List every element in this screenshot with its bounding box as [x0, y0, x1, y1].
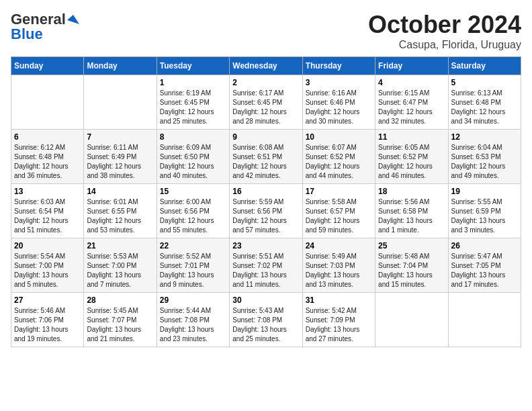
day-info: Sunrise: 5:42 AM Sunset: 7:09 PM Dayligh…	[306, 306, 372, 344]
calendar-cell: 9Sunrise: 6:08 AM Sunset: 6:51 PM Daylig…	[230, 130, 302, 184]
logo: General Blue	[11, 11, 79, 43]
day-header-thursday: Thursday	[302, 57, 375, 75]
page-header: General Blue October 2024 Casupa, Florid…	[11, 11, 521, 51]
calendar-cell	[11, 75, 84, 130]
day-info: Sunrise: 5:45 AM Sunset: 7:07 PM Dayligh…	[87, 306, 153, 344]
day-info: Sunrise: 5:48 AM Sunset: 7:04 PM Dayligh…	[378, 252, 445, 289]
calendar-cell	[448, 293, 521, 347]
day-info: Sunrise: 6:13 AM Sunset: 6:48 PM Dayligh…	[451, 89, 518, 126]
day-info: Sunrise: 5:46 AM Sunset: 7:06 PM Dayligh…	[14, 306, 81, 344]
day-info: Sunrise: 6:12 AM Sunset: 6:48 PM Dayligh…	[14, 143, 81, 181]
calendar-cell: 23Sunrise: 5:51 AM Sunset: 7:02 PM Dayli…	[230, 238, 302, 293]
day-header-sunday: Sunday	[11, 57, 84, 75]
day-number: 28	[87, 295, 153, 305]
day-info: Sunrise: 5:43 AM Sunset: 7:08 PM Dayligh…	[232, 306, 299, 344]
day-info: Sunrise: 6:19 AM Sunset: 6:45 PM Dayligh…	[160, 89, 226, 126]
day-number: 17	[306, 187, 372, 196]
day-number: 20	[14, 241, 81, 250]
calendar-cell: 2Sunrise: 6:17 AM Sunset: 6:45 PM Daylig…	[230, 75, 302, 130]
calendar-cell: 4Sunrise: 6:15 AM Sunset: 6:47 PM Daylig…	[375, 75, 448, 130]
day-info: Sunrise: 5:58 AM Sunset: 6:57 PM Dayligh…	[306, 197, 372, 235]
day-number: 3	[306, 78, 372, 87]
day-info: Sunrise: 5:51 AM Sunset: 7:02 PM Dayligh…	[232, 252, 299, 289]
day-number: 19	[451, 187, 518, 196]
day-number: 23	[232, 241, 299, 250]
day-number: 7	[87, 132, 153, 142]
calendar-week-row: 13Sunrise: 6:03 AM Sunset: 6:54 PM Dayli…	[11, 184, 521, 238]
calendar-cell: 30Sunrise: 5:43 AM Sunset: 7:08 PM Dayli…	[230, 293, 302, 347]
day-number: 10	[306, 132, 372, 142]
calendar-cell: 31Sunrise: 5:42 AM Sunset: 7:09 PM Dayli…	[302, 293, 375, 347]
day-number: 25	[378, 241, 445, 250]
day-info: Sunrise: 6:16 AM Sunset: 6:46 PM Dayligh…	[306, 89, 372, 126]
day-number: 11	[378, 132, 445, 142]
day-number: 14	[87, 187, 153, 196]
calendar-cell: 19Sunrise: 5:55 AM Sunset: 6:59 PM Dayli…	[448, 184, 521, 238]
day-info: Sunrise: 6:08 AM Sunset: 6:51 PM Dayligh…	[232, 143, 299, 181]
day-info: Sunrise: 6:03 AM Sunset: 6:54 PM Dayligh…	[14, 197, 81, 235]
calendar-cell: 16Sunrise: 5:59 AM Sunset: 6:56 PM Dayli…	[230, 184, 302, 238]
day-info: Sunrise: 5:52 AM Sunset: 7:01 PM Dayligh…	[160, 252, 226, 289]
location: Casupa, Florida, Uruguay	[368, 39, 521, 51]
calendar-cell: 3Sunrise: 6:16 AM Sunset: 6:46 PM Daylig…	[302, 75, 375, 130]
calendar-cell	[84, 75, 157, 130]
calendar-cell: 24Sunrise: 5:49 AM Sunset: 7:03 PM Dayli…	[302, 238, 375, 293]
day-info: Sunrise: 5:55 AM Sunset: 6:59 PM Dayligh…	[451, 197, 518, 235]
day-header-saturday: Saturday	[448, 57, 521, 75]
day-info: Sunrise: 6:15 AM Sunset: 6:47 PM Dayligh…	[378, 89, 445, 126]
day-header-friday: Friday	[375, 57, 448, 75]
calendar-week-row: 6Sunrise: 6:12 AM Sunset: 6:48 PM Daylig…	[11, 130, 521, 184]
day-info: Sunrise: 5:44 AM Sunset: 7:08 PM Dayligh…	[160, 306, 226, 344]
calendar-cell: 22Sunrise: 5:52 AM Sunset: 7:01 PM Dayli…	[157, 238, 229, 293]
day-number: 21	[87, 241, 153, 250]
svg-marker-0	[67, 15, 79, 24]
calendar-week-row: 27Sunrise: 5:46 AM Sunset: 7:06 PM Dayli…	[11, 293, 521, 347]
day-info: Sunrise: 5:54 AM Sunset: 7:00 PM Dayligh…	[14, 252, 81, 289]
day-info: Sunrise: 5:47 AM Sunset: 7:05 PM Dayligh…	[451, 252, 518, 289]
day-info: Sunrise: 6:00 AM Sunset: 6:56 PM Dayligh…	[160, 197, 226, 235]
day-number: 27	[14, 295, 81, 305]
calendar-cell: 11Sunrise: 6:05 AM Sunset: 6:52 PM Dayli…	[375, 130, 448, 184]
day-info: Sunrise: 5:56 AM Sunset: 6:58 PM Dayligh…	[378, 197, 445, 235]
calendar-week-row: 20Sunrise: 5:54 AM Sunset: 7:00 PM Dayli…	[11, 238, 521, 293]
logo-blue-text: Blue	[11, 26, 43, 43]
calendar-cell: 27Sunrise: 5:46 AM Sunset: 7:06 PM Dayli…	[11, 293, 84, 347]
day-number: 30	[232, 295, 299, 305]
logo-bird-icon	[67, 13, 79, 26]
day-number: 6	[14, 132, 81, 142]
day-info: Sunrise: 6:17 AM Sunset: 6:45 PM Dayligh…	[232, 89, 299, 126]
day-info: Sunrise: 5:59 AM Sunset: 6:56 PM Dayligh…	[232, 197, 299, 235]
day-number: 15	[160, 187, 226, 196]
day-number: 16	[232, 187, 299, 196]
calendar-cell: 14Sunrise: 6:01 AM Sunset: 6:55 PM Dayli…	[84, 184, 157, 238]
calendar-cell: 28Sunrise: 5:45 AM Sunset: 7:07 PM Dayli…	[84, 293, 157, 347]
month-title: October 2024	[368, 11, 521, 39]
calendar-cell: 18Sunrise: 5:56 AM Sunset: 6:58 PM Dayli…	[375, 184, 448, 238]
calendar-cell: 29Sunrise: 5:44 AM Sunset: 7:08 PM Dayli…	[157, 293, 229, 347]
day-info: Sunrise: 6:01 AM Sunset: 6:55 PM Dayligh…	[87, 197, 153, 235]
calendar-cell: 8Sunrise: 6:09 AM Sunset: 6:50 PM Daylig…	[157, 130, 229, 184]
day-number: 18	[378, 187, 445, 196]
calendar-cell: 12Sunrise: 6:04 AM Sunset: 6:53 PM Dayli…	[448, 130, 521, 184]
day-header-tuesday: Tuesday	[157, 57, 229, 75]
day-number: 8	[160, 132, 226, 142]
day-number: 26	[451, 241, 518, 250]
day-number: 13	[14, 187, 81, 196]
day-number: 9	[232, 132, 299, 142]
calendar-cell	[375, 293, 448, 347]
calendar-cell: 10Sunrise: 6:07 AM Sunset: 6:52 PM Dayli…	[302, 130, 375, 184]
calendar-cell: 17Sunrise: 5:58 AM Sunset: 6:57 PM Dayli…	[302, 184, 375, 238]
day-number: 22	[160, 241, 226, 250]
day-number: 4	[378, 78, 445, 87]
title-block: October 2024 Casupa, Florida, Uruguay	[368, 11, 521, 51]
calendar-cell: 5Sunrise: 6:13 AM Sunset: 6:48 PM Daylig…	[448, 75, 521, 130]
day-number: 1	[160, 78, 226, 87]
calendar-cell: 20Sunrise: 5:54 AM Sunset: 7:00 PM Dayli…	[11, 238, 84, 293]
day-number: 29	[160, 295, 226, 305]
calendar-cell: 6Sunrise: 6:12 AM Sunset: 6:48 PM Daylig…	[11, 130, 84, 184]
calendar-cell: 1Sunrise: 6:19 AM Sunset: 6:45 PM Daylig…	[157, 75, 229, 130]
day-info: Sunrise: 6:07 AM Sunset: 6:52 PM Dayligh…	[306, 143, 372, 181]
calendar-cell: 25Sunrise: 5:48 AM Sunset: 7:04 PM Dayli…	[375, 238, 448, 293]
calendar-cell: 26Sunrise: 5:47 AM Sunset: 7:05 PM Dayli…	[448, 238, 521, 293]
day-number: 12	[451, 132, 518, 142]
